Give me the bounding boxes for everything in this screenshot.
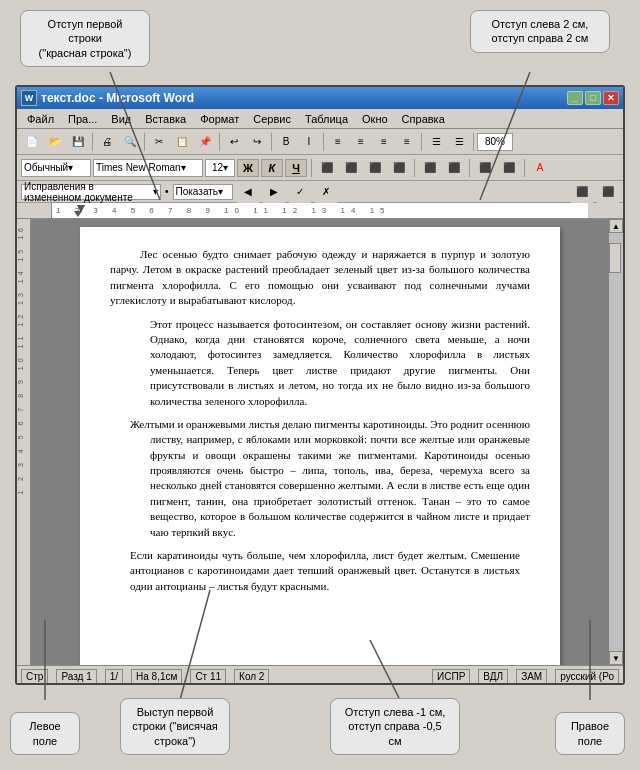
save-button[interactable]: 💾 bbox=[67, 131, 89, 153]
undo-button[interactable]: ↩ bbox=[223, 131, 245, 153]
format-sep-3 bbox=[469, 159, 470, 177]
status-page: 1/ bbox=[105, 669, 123, 684]
copy-button[interactable]: 📋 bbox=[171, 131, 193, 153]
show-label: • bbox=[165, 186, 169, 197]
document-content: Лес осенью будто снимает рабочую одежду … bbox=[31, 219, 609, 665]
menu-format[interactable]: Формат bbox=[194, 111, 245, 127]
size-dropdown[interactable]: 12▾ bbox=[205, 159, 235, 177]
track-options[interactable]: ⬛ bbox=[571, 181, 593, 203]
align-right-format[interactable]: ⬛ bbox=[364, 157, 386, 179]
zoom-input[interactable]: 80% bbox=[477, 133, 513, 151]
toolbar-separator-3 bbox=[219, 133, 220, 151]
print-preview-button[interactable]: 🔍 bbox=[119, 131, 141, 153]
underline-button[interactable]: Ч bbox=[285, 159, 307, 177]
toolbar-separator-1 bbox=[92, 133, 93, 151]
format-sep-2 bbox=[414, 159, 415, 177]
menu-edit[interactable]: Пра... bbox=[62, 111, 103, 127]
paragraph-1: Лес осенью будто снимает рабочую одежду … bbox=[110, 247, 530, 309]
menu-help[interactable]: Справка bbox=[396, 111, 451, 127]
menu-bar: Файл Пра... Вид Вставка Формат Сервис Та… bbox=[17, 109, 623, 129]
status-bar: Стр Разд 1 1/ На 8,1см Ст 11 Кол 2 ИСПР … bbox=[17, 665, 623, 685]
toolbar-separator-7 bbox=[473, 133, 474, 151]
toolbar-separator-2 bbox=[144, 133, 145, 151]
menu-window[interactable]: Окно bbox=[356, 111, 394, 127]
track-accept[interactable]: ✓ bbox=[289, 181, 311, 203]
style-dropdown[interactable]: Обычный▾ bbox=[21, 159, 91, 177]
track-compare[interactable]: ⬛ bbox=[597, 181, 619, 203]
ruler: 1 2 3 4 5 6 7 8 9 10 11 12 13 14 15 bbox=[17, 203, 623, 219]
bubble-top-right: Отступ слева 2 см, отступ справа 2 см bbox=[470, 10, 610, 53]
font-color-btn[interactable]: A bbox=[529, 157, 551, 179]
maximize-button[interactable]: □ bbox=[585, 91, 601, 105]
menu-insert[interactable]: Вставка bbox=[139, 111, 192, 127]
track-changes-bar: Исправления в измененном документе▾ • По… bbox=[17, 181, 623, 203]
toolbar-separator-4 bbox=[271, 133, 272, 151]
bubble-top-left: Отступ первой строки ("красная строка") bbox=[20, 10, 150, 67]
word-icon: W bbox=[21, 90, 37, 106]
paste-button[interactable]: 📌 bbox=[194, 131, 216, 153]
status-na: На 8,1см bbox=[131, 669, 182, 684]
menu-view[interactable]: Вид bbox=[105, 111, 137, 127]
scroll-track[interactable] bbox=[609, 233, 623, 651]
status-str: Стр bbox=[21, 669, 48, 684]
show-dropdown[interactable]: Показать▾ bbox=[173, 184, 233, 200]
status-str2: Ст 11 bbox=[190, 669, 226, 684]
new-button[interactable]: 📄 bbox=[21, 131, 43, 153]
status-kol: Кол 2 bbox=[234, 669, 269, 684]
align-left-format[interactable]: ⬛ bbox=[316, 157, 338, 179]
track-prev[interactable]: ◀ bbox=[237, 181, 259, 203]
track-reject[interactable]: ✗ bbox=[315, 181, 337, 203]
bold-button[interactable]: Ж bbox=[237, 159, 259, 177]
bubble-bottom-mid-right: Отступ слева -1 см, отступ справа -0,5 с… bbox=[330, 698, 460, 755]
scroll-down-button[interactable]: ▼ bbox=[609, 651, 623, 665]
numbering-format[interactable]: ⬛ bbox=[419, 157, 441, 179]
menu-table[interactable]: Таблица bbox=[299, 111, 354, 127]
justify-format[interactable]: ⬛ bbox=[388, 157, 410, 179]
word-window: W текст.doc - Microsoft Word _ □ ✕ Файл … bbox=[15, 85, 625, 685]
paragraph-3: Желтыми и оранжевыми листья делаю пигмен… bbox=[150, 417, 530, 540]
bubble-bottom-mid-left: Выступ первой строки ("висячая строка") bbox=[120, 698, 230, 755]
align-left-btn[interactable]: ≡ bbox=[327, 131, 349, 153]
scroll-thumb[interactable] bbox=[609, 243, 621, 273]
format-sep-4 bbox=[524, 159, 525, 177]
menu-file[interactable]: Файл bbox=[21, 111, 60, 127]
redo-button[interactable]: ↪ bbox=[246, 131, 268, 153]
bullets-format[interactable]: ⬛ bbox=[443, 157, 465, 179]
format-sep-1 bbox=[311, 159, 312, 177]
justify-btn[interactable]: ≡ bbox=[396, 131, 418, 153]
print-button[interactable]: 🖨 bbox=[96, 131, 118, 153]
status-lang: русский (Ро bbox=[555, 669, 619, 684]
format-toolbar: Обычный▾ Times New Roman▾ 12▾ Ж К Ч ⬛ ⬛ … bbox=[17, 155, 623, 181]
main-toolbar: 📄 📂 💾 🖨 🔍 ✂ 📋 📌 ↩ ↪ B I ≡ ≡ ≡ ≡ ☰ ☰ 80% bbox=[17, 129, 623, 155]
close-button[interactable]: ✕ bbox=[603, 91, 619, 105]
minimize-button[interactable]: _ bbox=[567, 91, 583, 105]
bullets-btn[interactable]: ☰ bbox=[425, 131, 447, 153]
open-button[interactable]: 📂 bbox=[44, 131, 66, 153]
indent-decrease[interactable]: ⬛ bbox=[474, 157, 496, 179]
toolbar-separator-5 bbox=[323, 133, 324, 151]
numbering-btn[interactable]: ☰ bbox=[448, 131, 470, 153]
cut-button[interactable]: ✂ bbox=[148, 131, 170, 153]
track-dropdown[interactable]: Исправления в измененном документе▾ bbox=[21, 184, 161, 200]
status-vdl: ВДЛ bbox=[478, 669, 508, 684]
window-controls: _ □ ✕ bbox=[567, 91, 619, 105]
indent-increase[interactable]: ⬛ bbox=[498, 157, 520, 179]
font-dropdown[interactable]: Times New Roman▾ bbox=[93, 159, 203, 177]
scroll-up-button[interactable]: ▲ bbox=[609, 219, 623, 233]
track-next[interactable]: ▶ bbox=[263, 181, 285, 203]
paragraph-2: Этот процесс называется фотосинтезом, он… bbox=[150, 317, 530, 409]
vertical-scrollbar[interactable]: ▲ ▼ bbox=[609, 219, 623, 665]
align-right-btn[interactable]: ≡ bbox=[373, 131, 395, 153]
align-center-btn[interactable]: ≡ bbox=[350, 131, 372, 153]
vertical-ruler-left: 1 2 3 4 5 6 7 8 9 10 11 12 13 14 15 16 bbox=[17, 219, 31, 665]
align-center-format[interactable]: ⬛ bbox=[340, 157, 362, 179]
bold-toolbar-btn[interactable]: B bbox=[275, 131, 297, 153]
status-razdel: Разд 1 bbox=[56, 669, 96, 684]
document-area: 1 2 3 4 5 6 7 8 9 10 11 12 13 14 15 16 Л… bbox=[17, 219, 623, 665]
italic-button[interactable]: К bbox=[261, 159, 283, 177]
italic-toolbar-btn[interactable]: I bbox=[298, 131, 320, 153]
ruler-active-area: 1 2 3 4 5 6 7 8 9 10 11 12 13 14 15 bbox=[52, 203, 588, 218]
menu-tools[interactable]: Сервис bbox=[247, 111, 297, 127]
toolbar-separator-6 bbox=[421, 133, 422, 151]
window-title: текст.doc - Microsoft Word bbox=[41, 91, 567, 105]
